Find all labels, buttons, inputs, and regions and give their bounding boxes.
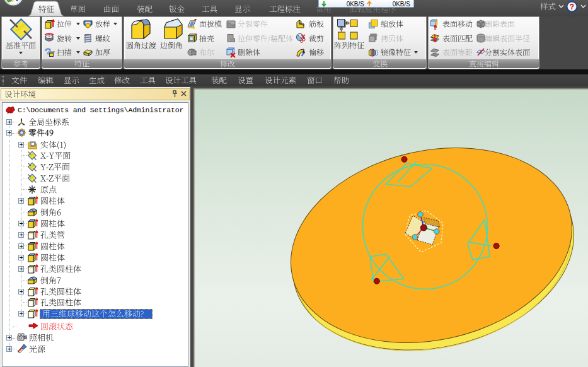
svg-text:?: ?: [570, 3, 574, 11]
